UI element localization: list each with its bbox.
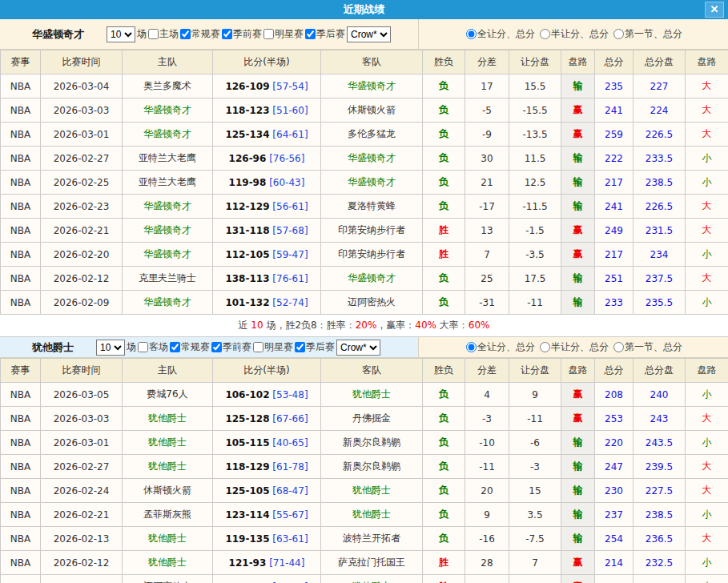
checkbox-label: 明星赛 (264, 340, 293, 354)
result-cell: 负 (423, 291, 465, 315)
checkbox-常规赛[interactable]: 常规赛 (168, 340, 210, 354)
handicap-cell: 12.5 (509, 171, 561, 195)
away-team-cell: 华盛顿奇才 (321, 267, 423, 291)
radio-option[interactable]: 全让分、总分 (465, 340, 535, 354)
checkbox-季后赛[interactable]: 季后赛 (293, 340, 335, 354)
radio-input[interactable] (466, 29, 477, 39)
radio-input[interactable] (540, 29, 550, 39)
result-cell: 胜 (423, 575, 465, 583)
total-result-cell: 小 (686, 147, 728, 171)
handicap-cell: 3.5 (509, 503, 561, 527)
total-cell: 208 (595, 383, 633, 407)
checkbox-季后赛[interactable]: 季后赛 (304, 27, 345, 41)
odds-company-select[interactable]: Crow* (336, 340, 380, 356)
checkbox-input[interactable] (180, 29, 191, 39)
away-team-cell: 多伦多猛龙 (321, 123, 423, 147)
home-team-cell: 犹他爵士 (123, 551, 213, 575)
checkbox-客场[interactable]: 客场 (136, 340, 168, 354)
away-team-cell: 犹他爵士 (321, 383, 423, 407)
checkbox-input[interactable] (295, 342, 305, 352)
result-cell: 负 (423, 455, 465, 479)
half-score: [64-61] (272, 129, 308, 140)
league-cell: NBA (1, 383, 41, 407)
odds-company-select[interactable]: Crow* (347, 26, 391, 42)
home-team-cell: 奥兰多魔术 (123, 74, 213, 99)
checkbox-明星赛[interactable]: 明星赛 (251, 340, 293, 354)
half-score: [76-56] (269, 153, 304, 164)
date-cell: 2026-02-21 (41, 219, 123, 243)
filter-left: 犹他爵士 10 场 客场常规赛季前赛明星赛季后赛 Crow* (0, 337, 418, 357)
game-row: NBA2026-02-21华盛顿奇才131-118 [57-68]印第安纳步行者… (1, 219, 728, 243)
half-score: [57-68] (272, 225, 308, 236)
checkbox-input[interactable] (222, 29, 232, 39)
column-header: 分差 (465, 50, 509, 74)
checkbox-季前赛[interactable]: 季前赛 (220, 27, 262, 41)
checkbox-常规赛[interactable]: 常规赛 (179, 27, 220, 41)
checkbox-input[interactable] (211, 342, 222, 352)
date-cell: 2026-02-24 (41, 479, 123, 503)
checkbox-input[interactable] (170, 342, 180, 352)
checkbox-input[interactable] (148, 29, 159, 39)
total-cell: 249 (595, 219, 633, 243)
radio-input[interactable] (613, 342, 624, 352)
handicap-cell: 7 (509, 551, 561, 575)
game-row: NBA2026-03-03犹他爵士125-128 [67-66]丹佛掘金负-3-… (1, 407, 728, 431)
games-count-select[interactable]: 10 (107, 26, 135, 42)
checkbox-季前赛[interactable]: 季前赛 (210, 340, 251, 354)
total-cell: 233 (595, 291, 633, 315)
half-score: [71-44] (269, 557, 304, 569)
point-diff-cell: -3 (465, 407, 509, 431)
column-header: 主队 (123, 359, 213, 383)
game-row: NBA2026-03-04奥兰多魔术126-109 [57-54]华盛顿奇才负1… (1, 74, 728, 99)
total-cell: 259 (595, 123, 633, 147)
point-diff-cell: -10 (465, 431, 509, 455)
league-cell: NBA (1, 431, 41, 455)
handicap-result-cell: 输 (561, 291, 595, 315)
checkbox-主场[interactable]: 主场 (147, 27, 179, 41)
radio-option[interactable]: 第一节、总分 (612, 340, 682, 354)
column-header: 胜负 (423, 50, 465, 74)
column-header: 盘路 (686, 50, 728, 74)
home-team-cell: 亚特兰大老鹰 (123, 171, 213, 195)
total-result-cell: 小 (686, 383, 728, 407)
total-cell: 220 (595, 431, 633, 455)
handicap-cell: 8.5 (509, 575, 561, 583)
radio-input[interactable] (540, 342, 550, 352)
column-header: 总分 (595, 359, 633, 383)
recent-results-window: 近期战绩 ✕ 华盛顿奇才 10 场 主场常规赛季前赛明星赛季后赛 Crow* 全… (0, 0, 728, 583)
total-result-cell: 小 (686, 575, 728, 583)
checkbox-明星赛[interactable]: 明星赛 (262, 27, 304, 41)
handicap-result-cell: 赢 (561, 219, 595, 243)
half-score: [55-67] (272, 509, 308, 521)
radio-input[interactable] (466, 342, 477, 352)
home-team-cell: 华盛顿奇才 (123, 219, 213, 243)
checkbox-input[interactable] (263, 29, 274, 39)
checkbox-input[interactable] (305, 29, 316, 39)
radio-option[interactable]: 半让分、总分 (538, 27, 609, 41)
handicap-cell: -11 (509, 291, 561, 315)
radio-option[interactable]: 第一节、总分 (612, 27, 682, 41)
title-bar: 近期战绩 ✕ (0, 0, 728, 19)
radio-input[interactable] (613, 29, 624, 39)
result-cell: 负 (423, 267, 465, 291)
game-row: NBA2026-02-20华盛顿奇才112-105 [59-47]印第安纳步行者… (1, 243, 728, 267)
column-header: 总分盘 (633, 50, 686, 74)
total-line-cell: 235.5 (633, 291, 686, 315)
summary-text: 大率： (436, 320, 469, 331)
handicap-result-cell: 赢 (561, 383, 595, 407)
close-icon[interactable]: ✕ (705, 2, 724, 18)
filter-bar: 华盛顿奇才 10 场 主场常规赛季前赛明星赛季后赛 Crow* 全让分、总分半让… (0, 19, 728, 50)
games-count-select[interactable]: 10 (96, 340, 125, 356)
away-team-cell: 休斯顿火箭 (321, 99, 423, 123)
league-cell: NBA (1, 171, 41, 195)
summary-stat-value: 20% (356, 320, 377, 331)
handicap-cell: 17.5 (509, 267, 561, 291)
radio-option[interactable]: 半让分、总分 (538, 340, 609, 354)
checkbox-input[interactable] (138, 342, 148, 352)
league-cell: NBA (1, 455, 41, 479)
radio-option[interactable]: 全让分、总分 (465, 27, 535, 41)
total-cell: 247 (595, 455, 633, 479)
half-score: [52-74] (272, 297, 308, 308)
checkbox-input[interactable] (253, 342, 263, 352)
result-cell: 负 (423, 147, 465, 171)
